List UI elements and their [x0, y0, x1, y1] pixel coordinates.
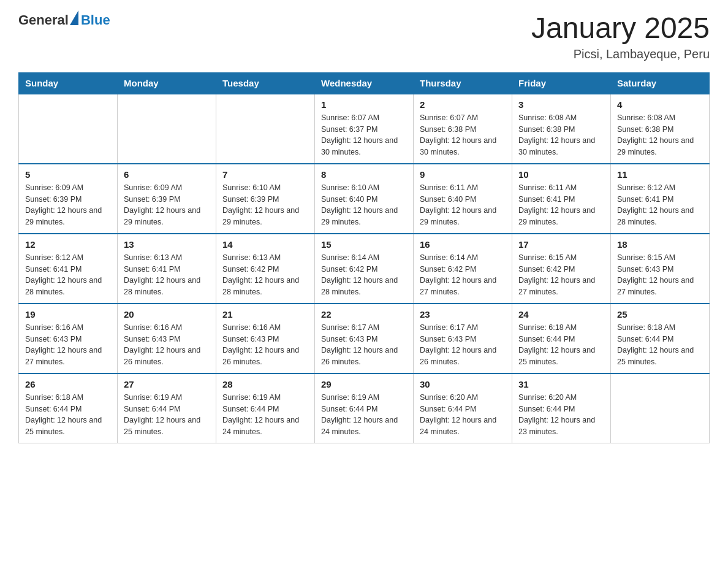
header-row: SundayMondayTuesdayWednesdayThursdayFrid… — [19, 72, 710, 94]
location-title: Picsi, Lambayeque, Peru — [531, 47, 710, 61]
day-number: 17 — [518, 239, 604, 250]
col-header-tuesday: Tuesday — [216, 72, 315, 94]
calendar-cell: 27Sunrise: 6:19 AM Sunset: 6:44 PM Dayli… — [118, 373, 216, 443]
day-number: 19 — [25, 309, 111, 320]
day-info: Sunrise: 6:07 AM Sunset: 6:37 PM Dayligh… — [321, 112, 407, 158]
calendar-cell: 7Sunrise: 6:10 AM Sunset: 6:39 PM Daylig… — [216, 164, 315, 234]
day-number: 31 — [518, 379, 604, 389]
calendar-cell: 30Sunrise: 6:20 AM Sunset: 6:44 PM Dayli… — [414, 373, 512, 443]
day-number: 12 — [25, 239, 111, 250]
day-info: Sunrise: 6:18 AM Sunset: 6:44 PM Dayligh… — [617, 322, 703, 368]
logo-blue-text: Blue — [81, 12, 110, 28]
calendar-cell: 5Sunrise: 6:09 AM Sunset: 6:39 PM Daylig… — [19, 164, 118, 234]
day-number: 23 — [420, 309, 506, 320]
day-number: 8 — [321, 169, 407, 180]
day-info: Sunrise: 6:11 AM Sunset: 6:40 PM Dayligh… — [420, 182, 506, 228]
logo-triangle-icon — [70, 10, 78, 25]
day-number: 27 — [124, 379, 210, 389]
calendar-cell: 26Sunrise: 6:18 AM Sunset: 6:44 PM Dayli… — [19, 373, 118, 443]
calendar-cell: 13Sunrise: 6:13 AM Sunset: 6:41 PM Dayli… — [118, 234, 216, 304]
day-info: Sunrise: 6:18 AM Sunset: 6:44 PM Dayligh… — [518, 322, 604, 368]
calendar-cell: 31Sunrise: 6:20 AM Sunset: 6:44 PM Dayli… — [512, 373, 611, 443]
day-number: 13 — [124, 239, 210, 250]
week-row-3: 12Sunrise: 6:12 AM Sunset: 6:41 PM Dayli… — [19, 234, 710, 304]
day-number: 6 — [124, 169, 210, 180]
week-row-4: 19Sunrise: 6:16 AM Sunset: 6:43 PM Dayli… — [19, 304, 710, 373]
calendar-cell: 20Sunrise: 6:16 AM Sunset: 6:43 PM Dayli… — [118, 304, 216, 373]
calendar-cell — [611, 373, 710, 443]
day-info: Sunrise: 6:15 AM Sunset: 6:42 PM Dayligh… — [518, 252, 604, 298]
col-header-wednesday: Wednesday — [315, 72, 414, 94]
col-header-monday: Monday — [118, 72, 216, 94]
day-info: Sunrise: 6:19 AM Sunset: 6:44 PM Dayligh… — [222, 392, 308, 438]
day-info: Sunrise: 6:10 AM Sunset: 6:39 PM Dayligh… — [222, 182, 308, 228]
calendar-table: SundayMondayTuesdayWednesdayThursdayFrid… — [18, 72, 710, 443]
day-number: 22 — [321, 309, 407, 320]
logo: General Blue — [18, 12, 110, 28]
week-row-1: 1Sunrise: 6:07 AM Sunset: 6:37 PM Daylig… — [19, 94, 710, 164]
day-info: Sunrise: 6:11 AM Sunset: 6:41 PM Dayligh… — [518, 182, 604, 228]
day-info: Sunrise: 6:16 AM Sunset: 6:43 PM Dayligh… — [222, 322, 308, 368]
day-info: Sunrise: 6:19 AM Sunset: 6:44 PM Dayligh… — [321, 392, 407, 438]
day-info: Sunrise: 6:12 AM Sunset: 6:41 PM Dayligh… — [25, 252, 111, 298]
day-number: 3 — [518, 99, 604, 110]
calendar-cell — [118, 94, 216, 164]
day-info: Sunrise: 6:17 AM Sunset: 6:43 PM Dayligh… — [420, 322, 506, 368]
calendar-cell: 9Sunrise: 6:11 AM Sunset: 6:40 PM Daylig… — [414, 164, 512, 234]
day-number: 2 — [420, 99, 506, 110]
calendar-cell: 24Sunrise: 6:18 AM Sunset: 6:44 PM Dayli… — [512, 304, 611, 373]
day-info: Sunrise: 6:18 AM Sunset: 6:44 PM Dayligh… — [25, 392, 111, 438]
calendar-cell: 25Sunrise: 6:18 AM Sunset: 6:44 PM Dayli… — [611, 304, 710, 373]
week-row-2: 5Sunrise: 6:09 AM Sunset: 6:39 PM Daylig… — [19, 164, 710, 234]
calendar-cell: 3Sunrise: 6:08 AM Sunset: 6:38 PM Daylig… — [512, 94, 611, 164]
day-info: Sunrise: 6:15 AM Sunset: 6:43 PM Dayligh… — [617, 252, 703, 298]
day-info: Sunrise: 6:16 AM Sunset: 6:43 PM Dayligh… — [25, 322, 111, 368]
week-row-5: 26Sunrise: 6:18 AM Sunset: 6:44 PM Dayli… — [19, 373, 710, 443]
day-info: Sunrise: 6:19 AM Sunset: 6:44 PM Dayligh… — [124, 392, 210, 438]
calendar-cell — [19, 94, 118, 164]
calendar-cell: 6Sunrise: 6:09 AM Sunset: 6:39 PM Daylig… — [118, 164, 216, 234]
calendar-cell: 15Sunrise: 6:14 AM Sunset: 6:42 PM Dayli… — [315, 234, 414, 304]
day-info: Sunrise: 6:20 AM Sunset: 6:44 PM Dayligh… — [518, 392, 604, 438]
day-info: Sunrise: 6:16 AM Sunset: 6:43 PM Dayligh… — [124, 322, 210, 368]
day-number: 18 — [617, 239, 703, 250]
calendar-cell: 28Sunrise: 6:19 AM Sunset: 6:44 PM Dayli… — [216, 373, 315, 443]
day-number: 4 — [617, 99, 703, 110]
day-number: 26 — [25, 379, 111, 389]
calendar-cell: 18Sunrise: 6:15 AM Sunset: 6:43 PM Dayli… — [611, 234, 710, 304]
calendar-cell: 22Sunrise: 6:17 AM Sunset: 6:43 PM Dayli… — [315, 304, 414, 373]
calendar-cell: 4Sunrise: 6:08 AM Sunset: 6:38 PM Daylig… — [611, 94, 710, 164]
calendar-cell — [216, 94, 315, 164]
calendar-cell: 11Sunrise: 6:12 AM Sunset: 6:41 PM Dayli… — [611, 164, 710, 234]
day-info: Sunrise: 6:13 AM Sunset: 6:41 PM Dayligh… — [124, 252, 210, 298]
col-header-saturday: Saturday — [611, 72, 710, 94]
day-info: Sunrise: 6:14 AM Sunset: 6:42 PM Dayligh… — [420, 252, 506, 298]
day-number: 25 — [617, 309, 703, 320]
calendar-cell: 8Sunrise: 6:10 AM Sunset: 6:40 PM Daylig… — [315, 164, 414, 234]
month-title: January 2025 — [531, 12, 710, 45]
day-number: 10 — [518, 169, 604, 180]
col-header-friday: Friday — [512, 72, 611, 94]
calendar-cell: 10Sunrise: 6:11 AM Sunset: 6:41 PM Dayli… — [512, 164, 611, 234]
calendar-cell: 14Sunrise: 6:13 AM Sunset: 6:42 PM Dayli… — [216, 234, 315, 304]
calendar-cell: 23Sunrise: 6:17 AM Sunset: 6:43 PM Dayli… — [414, 304, 512, 373]
calendar-cell: 29Sunrise: 6:19 AM Sunset: 6:44 PM Dayli… — [315, 373, 414, 443]
calendar-cell: 12Sunrise: 6:12 AM Sunset: 6:41 PM Dayli… — [19, 234, 118, 304]
page-header: General Blue January 2025 Picsi, Lambaye… — [18, 12, 710, 61]
calendar-cell: 17Sunrise: 6:15 AM Sunset: 6:42 PM Dayli… — [512, 234, 611, 304]
day-info: Sunrise: 6:07 AM Sunset: 6:38 PM Dayligh… — [420, 112, 506, 158]
title-block: January 2025 Picsi, Lambayeque, Peru — [531, 12, 710, 61]
logo-general-text: General — [18, 12, 69, 28]
day-number: 20 — [124, 309, 210, 320]
day-number: 15 — [321, 239, 407, 250]
calendar-cell: 2Sunrise: 6:07 AM Sunset: 6:38 PM Daylig… — [414, 94, 512, 164]
calendar-cell: 1Sunrise: 6:07 AM Sunset: 6:37 PM Daylig… — [315, 94, 414, 164]
day-number: 28 — [222, 379, 308, 389]
day-info: Sunrise: 6:10 AM Sunset: 6:40 PM Dayligh… — [321, 182, 407, 228]
day-number: 30 — [420, 379, 506, 389]
day-info: Sunrise: 6:08 AM Sunset: 6:38 PM Dayligh… — [518, 112, 604, 158]
day-info: Sunrise: 6:09 AM Sunset: 6:39 PM Dayligh… — [124, 182, 210, 228]
day-number: 16 — [420, 239, 506, 250]
day-number: 21 — [222, 309, 308, 320]
day-info: Sunrise: 6:08 AM Sunset: 6:38 PM Dayligh… — [617, 112, 703, 158]
